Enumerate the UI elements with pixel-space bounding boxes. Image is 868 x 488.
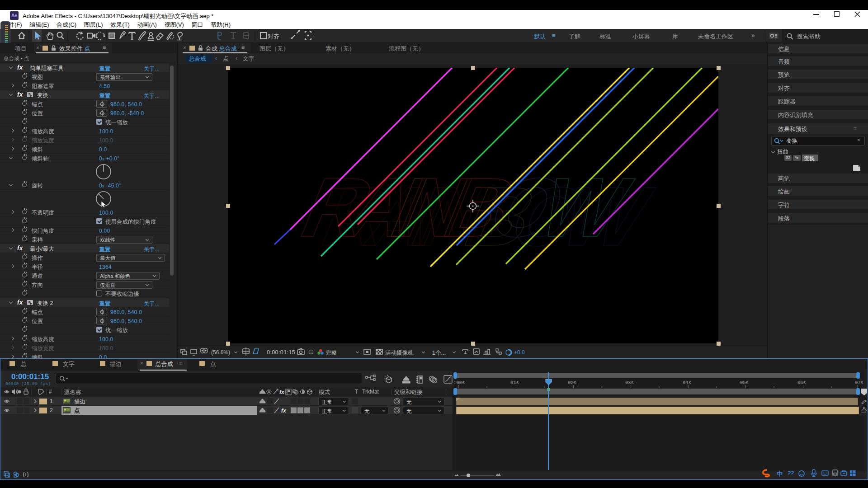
svg-text:fx: fx — [279, 389, 285, 395]
svg-text:中: 中 — [777, 470, 783, 477]
svg-text:fx: fx — [281, 408, 287, 414]
